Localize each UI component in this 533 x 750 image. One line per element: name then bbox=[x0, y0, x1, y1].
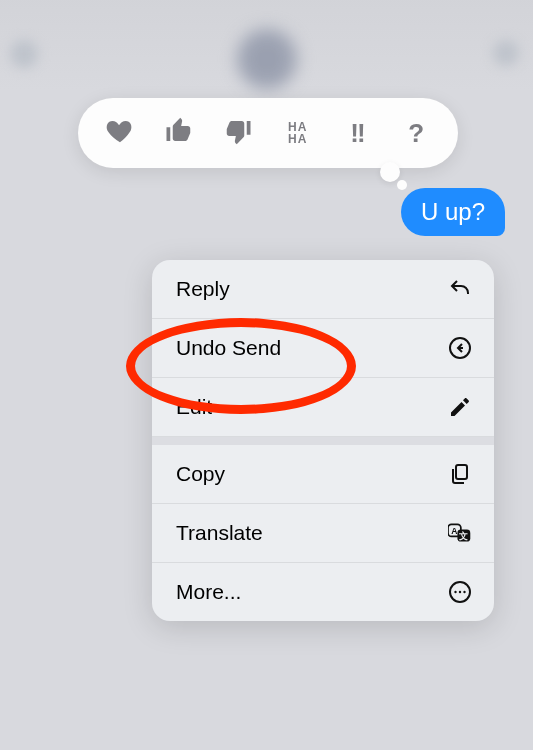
reply-arrow-icon bbox=[448, 277, 472, 301]
message-text: U up? bbox=[421, 198, 485, 225]
pencil-icon bbox=[448, 395, 472, 419]
translate-icon: A文 bbox=[448, 521, 472, 545]
back-button-blurred bbox=[10, 40, 38, 68]
menu-label-edit: Edit bbox=[176, 395, 212, 419]
menu-item-copy[interactable]: Copy bbox=[152, 437, 494, 504]
thumbs-up-icon bbox=[164, 116, 194, 150]
menu-item-reply[interactable]: Reply bbox=[152, 260, 494, 319]
tapback-exclaim[interactable]: !! bbox=[335, 111, 379, 155]
menu-label-reply: Reply bbox=[176, 277, 230, 301]
tapback-heart[interactable] bbox=[98, 111, 142, 155]
menu-item-edit[interactable]: Edit bbox=[152, 378, 494, 437]
menu-label-translate: Translate bbox=[176, 521, 263, 545]
copy-doc-icon bbox=[448, 462, 472, 486]
haha-icon: HAHA bbox=[288, 121, 307, 145]
menu-item-undo-send[interactable]: Undo Send bbox=[152, 319, 494, 378]
svg-point-8 bbox=[459, 591, 461, 593]
tapback-tail-small bbox=[397, 180, 407, 190]
tapback-tail bbox=[380, 162, 400, 182]
menu-label-undo-send: Undo Send bbox=[176, 336, 281, 360]
contact-avatar-blurred bbox=[236, 28, 298, 90]
tapback-question[interactable]: ? bbox=[394, 111, 438, 155]
question-icon: ? bbox=[408, 118, 424, 149]
menu-item-translate[interactable]: Translate A文 bbox=[152, 504, 494, 563]
menu-label-copy: Copy bbox=[176, 462, 225, 486]
undo-circle-icon bbox=[448, 336, 472, 360]
tapback-haha[interactable]: HAHA bbox=[276, 111, 320, 155]
exclaim-icon: !! bbox=[350, 118, 363, 149]
svg-text:A: A bbox=[451, 526, 457, 536]
thumbs-down-icon bbox=[223, 116, 253, 150]
tapback-thumbs-down[interactable] bbox=[216, 111, 260, 155]
tapback-bar: HAHA !! ? bbox=[78, 98, 458, 168]
sent-message-bubble[interactable]: U up? bbox=[401, 188, 505, 236]
menu-label-more: More... bbox=[176, 580, 241, 604]
svg-text:文: 文 bbox=[458, 531, 468, 541]
message-context-menu: Reply Undo Send Edit Copy Translate A文 M… bbox=[152, 260, 494, 621]
more-ellipsis-icon bbox=[448, 580, 472, 604]
tapback-thumbs-up[interactable] bbox=[157, 111, 201, 155]
heart-icon bbox=[105, 116, 135, 150]
svg-rect-1 bbox=[456, 465, 467, 479]
svg-point-9 bbox=[463, 591, 465, 593]
facetime-button-blurred bbox=[493, 40, 519, 66]
svg-point-7 bbox=[454, 591, 456, 593]
menu-item-more[interactable]: More... bbox=[152, 563, 494, 621]
